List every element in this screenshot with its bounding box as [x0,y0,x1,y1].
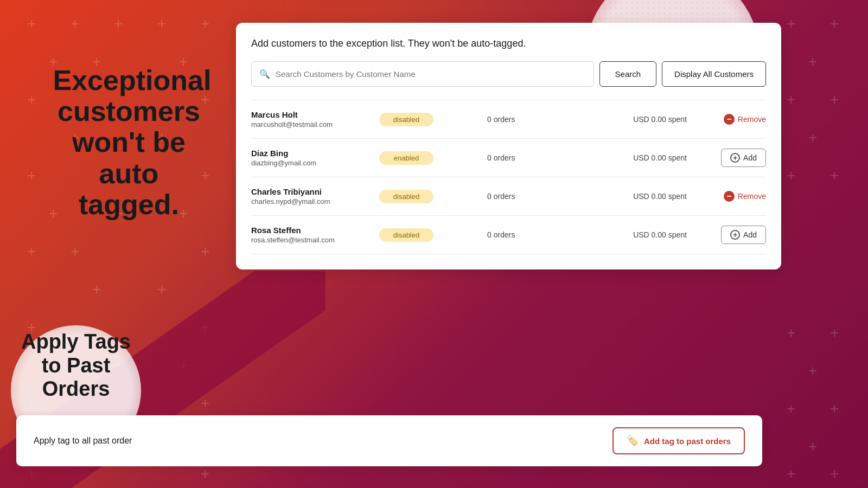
orders-count: 0 orders [442,115,560,124]
status-badge: disabled [379,228,433,242]
spent-amount: USD 0.00 spent [569,153,687,162]
customer-row: Rosa Steffen rosa.steffen@testmail.com d… [251,216,766,254]
status-badge: enabled [379,151,433,165]
add-tag-button[interactable]: 🏷️ Add tag to past orders [612,427,745,454]
search-button[interactable]: Search [599,61,657,87]
orders-count: 0 orders [442,192,560,201]
add-icon: + [730,153,740,163]
customer-row: Charles Tribiyanni charles.nypd@ymail.co… [251,177,766,216]
apply-tags-section: Apply Tags to Past Orders [16,330,136,401]
add-button[interactable]: + Add [721,149,766,167]
spent-amount: USD 0.00 spent [569,192,687,201]
customer-info: Rosa Steffen rosa.steffen@testmail.com [251,226,371,244]
customer-name: Marcus Holt [251,110,371,119]
remove-icon: − [724,191,735,202]
add-label: Add [743,153,757,162]
remove-button[interactable]: − Remove [724,191,766,202]
apply-tags-title: Apply Tags to Past Orders [16,330,136,401]
search-icon: 🔍 [259,69,270,79]
tag-icon: 🏷️ [627,435,639,447]
remove-icon: − [724,114,735,125]
customer-name: Rosa Steffen [251,226,371,235]
customer-row: Diaz Bing diazbing@ymail.com enabled 0 o… [251,139,766,177]
left-panel: Exceptional customers won't be auto tagg… [0,0,236,488]
main-card: Add customers to the exception list. The… [236,23,781,269]
orders-count: 0 orders [442,230,560,239]
customer-name: Diaz Bing [251,149,371,158]
customer-email: charles.nypd@ymail.com [251,197,371,206]
bottom-bar-text: Apply tag to all past order [34,436,132,446]
add-button[interactable]: + Add [721,226,766,244]
remove-label: Remove [738,115,766,124]
customer-email: rosa.steffen@testmail.com [251,236,371,244]
add-label: Add [743,230,757,239]
card-header: Add customers to the exception list. The… [251,38,766,49]
remove-label: Remove [738,192,766,201]
customer-email: diazbing@ymail.com [251,159,371,167]
customer-list: Marcus Holt marcusholt@testmail.com disa… [251,100,766,254]
remove-button[interactable]: − Remove [724,114,766,125]
status-badge: disabled [379,190,433,203]
spent-amount: USD 0.00 spent [569,230,687,239]
search-row: 🔍 Search Display All Customers [251,61,766,87]
action-col: − Remove [695,191,766,202]
action-col: + Add [695,226,766,244]
customer-info: Diaz Bing diazbing@ymail.com [251,149,371,167]
search-input-wrapper[interactable]: 🔍 [251,61,594,87]
spent-amount: USD 0.00 spent [569,115,687,124]
action-col: + Add [695,149,766,167]
orders-count: 0 orders [442,153,560,162]
customer-name: Charles Tribiyanni [251,187,371,196]
add-icon: + [730,230,740,240]
customer-info: Marcus Holt marcusholt@testmail.com [251,110,371,129]
customer-row: Marcus Holt marcusholt@testmail.com disa… [251,100,766,139]
status-badge: disabled [379,113,433,126]
exceptional-tagline: Exceptional customers won't be auto tagg… [53,65,205,220]
customer-email: marcusholt@testmail.com [251,120,371,129]
bottom-bar: Apply tag to all past order 🏷️ Add tag t… [16,415,762,466]
add-tag-label: Add tag to past orders [644,436,731,446]
customer-info: Charles Tribiyanni charles.nypd@ymail.co… [251,187,371,206]
action-col: − Remove [695,114,766,125]
search-input[interactable] [276,62,586,86]
display-all-button[interactable]: Display All Customers [662,61,766,87]
